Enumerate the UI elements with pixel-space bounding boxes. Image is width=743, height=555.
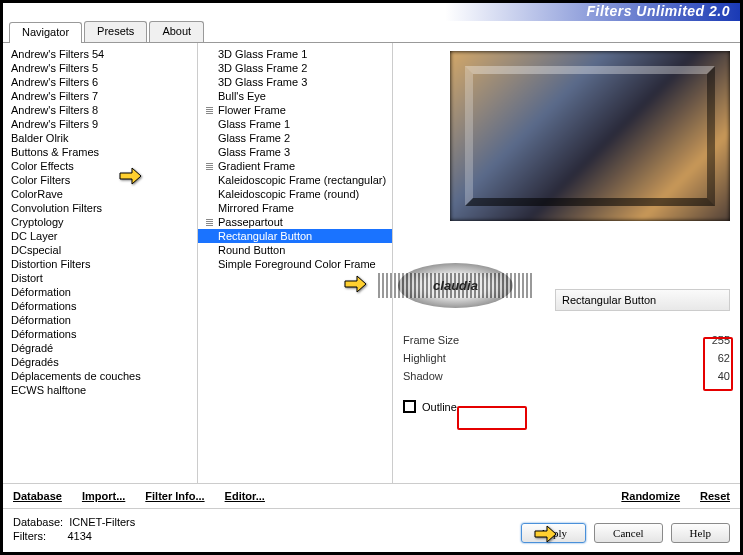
filter-item[interactable]: Round Button (198, 243, 392, 257)
main-area: Andrew's Filters 54Andrew's Filters 5And… (3, 43, 740, 483)
category-item[interactable]: Balder Olrik (3, 131, 197, 145)
category-item[interactable]: Convolution Filters (3, 201, 197, 215)
editor-button[interactable]: Editor... (225, 490, 265, 502)
filter-item[interactable]: 3D Glass Frame 3 (198, 75, 392, 89)
category-item[interactable]: Déformations (3, 299, 197, 313)
cancel-button[interactable]: Cancel (594, 523, 663, 543)
preview-image (450, 51, 730, 221)
footer-buttons: Apply Cancel Help (521, 523, 730, 543)
outline-checkbox[interactable] (403, 400, 416, 413)
footer-info: Database: ICNET-Filters Filters: 4134 (13, 515, 135, 543)
tab-strip: Navigator Presets About (3, 21, 740, 43)
tab-about[interactable]: About (149, 21, 204, 42)
filter-info-button[interactable]: Filter Info... (145, 490, 204, 502)
filter-item[interactable]: Kaleidoscopic Frame (round) (198, 187, 392, 201)
tab-presets[interactable]: Presets (84, 21, 147, 42)
filter-item[interactable]: Kaleidoscopic Frame (rectangular) (198, 173, 392, 187)
category-item[interactable]: Color Filters (3, 173, 197, 187)
outline-label: Outline (422, 401, 457, 413)
category-item[interactable]: Andrew's Filters 54 (3, 47, 197, 61)
footer: Database: ICNET-Filters Filters: 4134 Ap… (3, 508, 740, 549)
filter-item[interactable]: Flower Frame (198, 103, 392, 117)
category-item[interactable]: Dégradé (3, 341, 197, 355)
filter-item[interactable]: Glass Frame 3 (198, 145, 392, 159)
category-item[interactable]: Andrew's Filters 9 (3, 117, 197, 131)
filter-item[interactable]: Glass Frame 2 (198, 131, 392, 145)
apply-button[interactable]: Apply (521, 523, 587, 543)
category-item[interactable]: Déplacements de couches (3, 369, 197, 383)
help-button[interactable]: Help (671, 523, 730, 543)
database-button[interactable]: Database (13, 490, 62, 502)
filter-list[interactable]: 3D Glass Frame 13D Glass Frame 23D Glass… (198, 43, 393, 483)
current-filter-label: Rectangular Button (555, 289, 730, 311)
category-item[interactable]: Déformations (3, 327, 197, 341)
category-item[interactable]: Distort (3, 271, 197, 285)
filter-item[interactable]: Bull's Eye (198, 89, 392, 103)
filter-item[interactable]: 3D Glass Frame 2 (198, 61, 392, 75)
category-item[interactable]: ECWS halftone (3, 383, 197, 397)
category-list[interactable]: Andrew's Filters 54Andrew's Filters 5And… (3, 43, 198, 483)
filter-item[interactable]: Simple Foreground Color Frame (198, 257, 392, 271)
tab-navigator[interactable]: Navigator (9, 22, 82, 43)
outline-checkbox-row[interactable]: Outline (403, 400, 730, 413)
category-item[interactable]: Déformation (3, 313, 197, 327)
filter-item[interactable]: Glass Frame 1 (198, 117, 392, 131)
category-item[interactable]: Andrew's Filters 8 (3, 103, 197, 117)
filter-item[interactable]: Gradient Frame (198, 159, 392, 173)
category-item[interactable]: Andrew's Filters 6 (3, 75, 197, 89)
category-item[interactable]: Dégradés (3, 355, 197, 369)
filter-item[interactable]: Rectangular Button (198, 229, 392, 243)
category-item[interactable]: Cryptology (3, 215, 197, 229)
filter-item[interactable]: 3D Glass Frame 1 (198, 47, 392, 61)
category-item[interactable]: ColorRave (3, 187, 197, 201)
app-title: Filters Unlimited 2.0 (586, 3, 730, 19)
import-button[interactable]: Import... (82, 490, 125, 502)
randomize-button[interactable]: Randomize (621, 490, 680, 502)
toolbar-row: Database Import... Filter Info... Editor… (3, 483, 740, 508)
reset-button[interactable]: Reset (700, 490, 730, 502)
category-item[interactable]: DCspecial (3, 243, 197, 257)
header-bar: Filters Unlimited 2.0 (3, 3, 740, 21)
filter-item[interactable]: Passepartout (198, 215, 392, 229)
category-item[interactable]: Andrew's Filters 7 (3, 89, 197, 103)
category-item[interactable]: Color Effects (3, 159, 197, 173)
filter-item[interactable]: Mirrored Frame (198, 201, 392, 215)
parameters: Frame Size 255 Highlight 62 Shadow 40 (403, 331, 730, 385)
watermark-logo: claudia (398, 263, 513, 308)
category-item[interactable]: Distortion Filters (3, 257, 197, 271)
category-item[interactable]: Déformation (3, 285, 197, 299)
category-item[interactable]: Buttons & Frames (3, 145, 197, 159)
param-shadow[interactable]: Shadow 40 (403, 367, 730, 385)
category-item[interactable]: DC Layer (3, 229, 197, 243)
param-frame-size[interactable]: Frame Size 255 (403, 331, 730, 349)
param-highlight[interactable]: Highlight 62 (403, 349, 730, 367)
category-item[interactable]: Andrew's Filters 5 (3, 61, 197, 75)
